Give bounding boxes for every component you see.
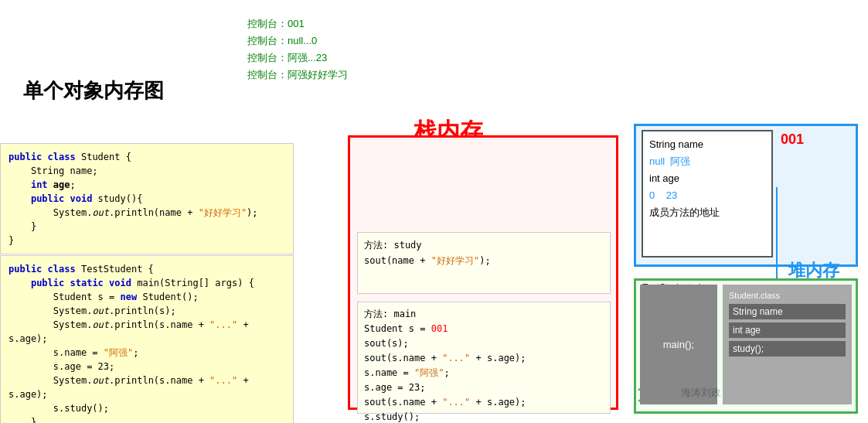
- heap-int-age-label: int age: [649, 170, 765, 187]
- method-main-line4: sout(s.name + "..." + s.age);: [364, 351, 604, 366]
- ma-study-method: study();: [729, 341, 846, 356]
- heap-string-name-values: null 阿强: [649, 153, 765, 170]
- watermark: 海涛刘政: [681, 386, 721, 400]
- heap-int-age-values: 0 23: [649, 187, 765, 204]
- console-line-4: 控制台：阿强好好学习: [247, 67, 348, 84]
- connector-line-v: [776, 187, 778, 280]
- heap-address-label: 001: [781, 131, 804, 148]
- console-line-2: 控制台：null...0: [247, 32, 348, 49]
- page-title: 单个对象内存图: [23, 77, 164, 104]
- method-main-box: 方法: main Student s = 001 sout(s); sout(s…: [357, 302, 611, 414]
- heap-method-addr: 成员方法的地址: [649, 204, 765, 221]
- heap-inner-box: String name null 阿强 int age 0 23 成员方法的地址: [642, 130, 773, 258]
- console-line-1: 控制台：001: [247, 15, 348, 32]
- ma-string-name: String name: [729, 304, 846, 319]
- method-main-line6: s.age = 23;: [364, 380, 604, 395]
- ma-main-method: main();: [663, 339, 694, 350]
- method-main-line3: sout(s);: [364, 336, 604, 351]
- method-main-line2: Student s = 001: [364, 322, 604, 336]
- ma-int-age: int age: [729, 322, 846, 338]
- method-main-line5: s.name = "阿强";: [364, 366, 604, 380]
- heap-string-name-label: String name: [649, 136, 765, 153]
- student-class-label: Student.class: [729, 291, 846, 300]
- method-study-box: 方法: study sout(name + "好好学习");: [357, 232, 611, 294]
- method-study-line2: sout(name + "好好学习");: [364, 253, 604, 268]
- method-main-line8: s.study();: [364, 410, 604, 423]
- code-block-teststudent: public class TestStudent { public static…: [0, 255, 294, 423]
- console-line-3: 控制台：阿强...23: [247, 49, 348, 67]
- ma-right-box: Student.class String name int age study(…: [723, 285, 852, 404]
- method-main-line7: sout(s.name + "..." + s.age);: [364, 395, 604, 410]
- console-output: 控制台：001 控制台：null...0 控制台：阿强...23 控制台：阿强好…: [247, 15, 348, 84]
- code-block-student: public class Student { String name; int …: [0, 143, 294, 254]
- main-container: 单个对象内存图 控制台：001 控制台：null...0 控制台：阿强...23…: [0, 0, 868, 423]
- method-study-line1: 方法: study: [364, 237, 604, 253]
- method-main-line1: 方法: main: [364, 307, 604, 322]
